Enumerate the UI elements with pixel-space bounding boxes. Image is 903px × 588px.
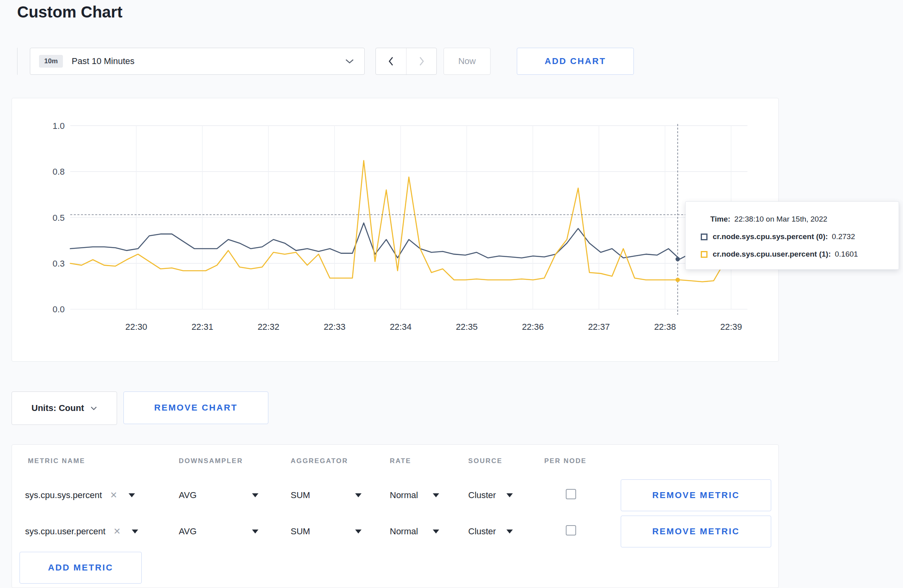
per-node-checkbox[interactable] <box>566 525 576 535</box>
header-aggregator: AGGREGATOR <box>291 457 390 465</box>
x-tick-label: 22:35 <box>456 322 478 332</box>
metrics-table-header: METRIC NAME DOWNSAMPLER AGGREGATOR RATE … <box>12 445 778 477</box>
x-tick-label: 22:38 <box>654 322 676 332</box>
chart-card: 0.00.30.50.81.022:3022:3122:3222:3322:34… <box>12 98 779 362</box>
x-tick-label: 22:31 <box>192 322 213 332</box>
hover-point <box>676 257 680 261</box>
page-title: Custom Chart <box>17 3 122 21</box>
aggregator-value: SUM <box>291 526 310 537</box>
rate-select[interactable]: Normal <box>390 526 439 537</box>
caret-down-icon <box>252 493 258 497</box>
y-tick-label: 1.0 <box>53 121 64 131</box>
actions-cell: REMOVE METRIC <box>621 479 778 511</box>
chart-tooltip: Time: 22:38:10 on Mar 15th, 2022 cr.node… <box>685 201 899 270</box>
per-node-cell <box>544 489 621 502</box>
rate-value: Normal <box>390 526 418 537</box>
x-tick-label: 22:33 <box>324 322 346 332</box>
metric-row: sys.cpu.user.percent AVG SUM Normal Clus… <box>12 513 778 549</box>
y-tick-label: 0.8 <box>53 167 64 177</box>
header-downsampler: DOWNSAMPLER <box>179 457 291 465</box>
chevron-down-icon <box>345 58 354 64</box>
legend-swatch <box>701 234 708 240</box>
downsampler-select[interactable]: AVG <box>179 490 258 500</box>
caret-down-icon <box>252 530 258 533</box>
x-tick-label: 22:36 <box>522 322 544 332</box>
header-source: SOURCE <box>468 457 544 465</box>
source-value: Cluster <box>468 490 496 500</box>
x-tick-label: 22:30 <box>125 322 147 332</box>
tooltip-series-value: 0.1601 <box>835 250 858 259</box>
rate-value: Normal <box>390 490 418 500</box>
header-metric-name: METRIC NAME <box>12 457 179 465</box>
rate-select[interactable]: Normal <box>390 490 439 500</box>
remove-metric-button[interactable]: REMOVE METRIC <box>621 479 771 511</box>
caret-down-icon <box>355 493 362 497</box>
downsampler-select[interactable]: AVG <box>179 526 258 537</box>
chevron-right-icon <box>419 56 424 66</box>
x-tick-label: 22:37 <box>588 322 610 332</box>
timeseries-chart[interactable]: 0.00.30.50.81.022:3022:3122:3222:3322:34… <box>12 98 778 361</box>
source-select[interactable]: Cluster <box>468 490 513 500</box>
source-value: Cluster <box>468 526 496 537</box>
source-select[interactable]: Cluster <box>468 526 513 537</box>
tooltip-time-label: Time: <box>710 215 730 224</box>
close-icon[interactable] <box>110 491 117 500</box>
close-icon[interactable] <box>113 527 121 536</box>
metric-name-label: sys.cpu.sys.percent <box>25 490 102 500</box>
units-label: Units: Count <box>31 403 84 413</box>
x-tick-label: 22:39 <box>720 322 742 332</box>
aggregator-select[interactable]: SUM <box>291 526 362 537</box>
caret-down-icon <box>433 493 439 497</box>
aggregator-value: SUM <box>291 490 310 500</box>
hover-point <box>676 278 680 282</box>
caret-down-icon <box>506 493 513 497</box>
per-node-cell <box>544 525 621 538</box>
header-per-node: PER NODE <box>544 457 621 465</box>
caret-down-icon <box>433 530 439 533</box>
tooltip-series-value: 0.2732 <box>832 232 855 241</box>
prev-range-button[interactable] <box>376 48 406 74</box>
downsampler-value: AVG <box>179 490 197 500</box>
actions-cell: REMOVE METRIC <box>621 516 778 547</box>
legend-swatch <box>701 251 708 258</box>
metric-name-select[interactable]: sys.cpu.user.percent <box>12 526 179 537</box>
add-metric-button[interactable]: ADD METRIC <box>20 552 142 584</box>
metrics-table: METRIC NAME DOWNSAMPLER AGGREGATOR RATE … <box>12 444 779 588</box>
aggregator-select[interactable]: SUM <box>291 490 362 500</box>
caret-down-icon <box>506 530 513 533</box>
now-button[interactable]: Now <box>444 48 491 75</box>
add-chart-button[interactable]: ADD CHART <box>517 48 634 75</box>
caret-down-icon <box>129 493 135 497</box>
chevron-down-icon <box>90 406 97 411</box>
metric-name-select[interactable]: sys.cpu.sys.percent <box>12 490 179 500</box>
tooltip-series-label: cr.node.sys.cpu.user.percent (1): <box>713 250 831 259</box>
x-tick-label: 22:34 <box>390 322 412 332</box>
caret-down-icon <box>355 530 362 533</box>
per-node-checkbox[interactable] <box>566 489 576 499</box>
tooltip-series-row: cr.node.sys.cpu.user.percent (1): 0.1601 <box>701 245 899 263</box>
tooltip-series-label: cr.node.sys.cpu.sys.percent (0): <box>713 232 828 241</box>
series-line <box>70 223 747 259</box>
y-tick-label: 0.0 <box>53 304 64 314</box>
custom-chart-page: Custom Chart 10m Past 10 Minutes Now ADD… <box>0 0 903 588</box>
tooltip-time-row: Time: 22:38:10 on Mar 15th, 2022 <box>701 210 899 228</box>
tooltip-series-row: cr.node.sys.cpu.sys.percent (0): 0.2732 <box>701 228 899 245</box>
units-select[interactable]: Units: Count <box>12 391 117 425</box>
remove-metric-button[interactable]: REMOVE METRIC <box>621 516 771 547</box>
metric-name-label: sys.cpu.user.percent <box>25 526 106 537</box>
y-tick-label: 0.5 <box>53 213 64 223</box>
metric-row: sys.cpu.sys.percent AVG SUM Normal Clust… <box>12 477 778 513</box>
remove-chart-button[interactable]: REMOVE CHART <box>123 391 268 424</box>
header-rate: RATE <box>390 457 468 465</box>
tooltip-time-value: 22:38:10 on Mar 15th, 2022 <box>734 215 827 224</box>
chevron-left-icon <box>388 56 394 66</box>
next-range-button[interactable] <box>406 48 436 74</box>
caret-down-icon <box>132 530 138 533</box>
time-range-select[interactable]: 10m Past 10 Minutes <box>30 48 365 75</box>
time-range-label: Past 10 Minutes <box>72 56 345 66</box>
toolbar-separator <box>17 48 18 75</box>
time-nav-group <box>375 48 437 75</box>
y-tick-label: 0.3 <box>53 259 64 269</box>
downsampler-value: AVG <box>179 526 197 537</box>
x-tick-label: 22:32 <box>258 322 280 332</box>
